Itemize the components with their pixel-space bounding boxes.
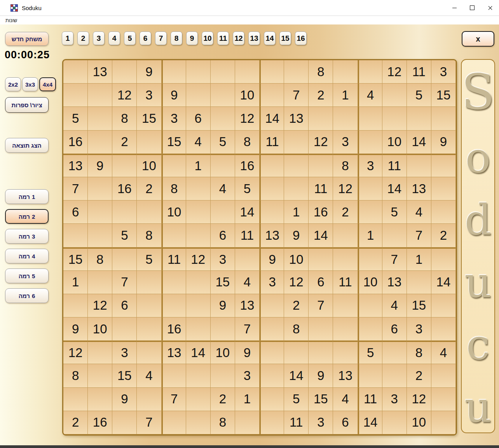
grid-cell[interactable] [88, 200, 112, 224]
grid-cell[interactable]: 5 [63, 107, 88, 130]
grid-cell[interactable] [333, 224, 358, 247]
grid-cell[interactable] [358, 131, 382, 154]
grid-cell[interactable]: 14 [309, 224, 333, 247]
grid-cell[interactable]: 11 [260, 131, 284, 154]
grid-cell[interactable] [333, 341, 358, 364]
grid-cell[interactable]: 12 [112, 84, 137, 107]
grid-cell[interactable]: 10 [235, 84, 260, 107]
grid-cell[interactable]: 13 [260, 224, 284, 247]
grid-cell[interactable] [186, 224, 211, 247]
grid-cell[interactable] [382, 341, 407, 364]
grid-cell[interactable]: 8 [333, 154, 358, 177]
grid-cell[interactable] [358, 364, 382, 387]
grid-cell[interactable]: 9 [112, 388, 137, 411]
number-button-6[interactable]: 6 [140, 31, 151, 45]
grid-cell[interactable] [260, 317, 284, 341]
grid-cell[interactable]: 9 [235, 341, 260, 364]
grid-cell[interactable]: 13 [333, 364, 358, 387]
grid-cell[interactable] [211, 200, 235, 224]
grid-cell[interactable] [112, 60, 137, 84]
grid-cell[interactable]: 3 [235, 364, 260, 387]
grid-cell[interactable]: 3 [112, 341, 137, 364]
grid-cell[interactable]: 4 [186, 131, 211, 154]
grid-cell[interactable]: 6 [112, 294, 137, 317]
grid-cell[interactable]: 3 [162, 107, 186, 130]
grid-cell[interactable] [431, 411, 456, 434]
grid-cell[interactable]: 8 [63, 364, 88, 387]
grid-cell[interactable] [382, 224, 407, 247]
grid-cell[interactable]: 9 [431, 131, 456, 154]
grid-cell[interactable]: 5 [382, 200, 407, 224]
grid-cell[interactable]: 1 [235, 388, 260, 411]
grid-cell[interactable] [382, 364, 407, 387]
grid-cell[interactable]: 14 [186, 341, 211, 364]
grid-cell[interactable]: 9 [211, 294, 235, 317]
grid-cell[interactable]: 13 [235, 294, 260, 317]
grid-cell[interactable]: 14 [382, 177, 407, 200]
grid-cell[interactable]: 16 [235, 154, 260, 177]
grid-cell[interactable]: 8 [88, 248, 112, 271]
grid-cell[interactable]: 3 [309, 411, 333, 434]
grid-cell[interactable]: 13 [162, 341, 186, 364]
grid-cell[interactable]: 11 [284, 411, 309, 434]
grid-cell[interactable]: 2 [309, 84, 333, 107]
grid-cell[interactable]: 7 [112, 271, 137, 294]
grid-cell[interactable] [186, 84, 211, 107]
grid-cell[interactable] [235, 60, 260, 84]
grid-cell[interactable] [63, 84, 88, 107]
grid-cell[interactable]: 15 [211, 271, 235, 294]
grid-cell[interactable] [407, 271, 431, 294]
grid-cell[interactable] [235, 248, 260, 271]
number-button-13[interactable]: 13 [248, 31, 260, 45]
grid-cell[interactable]: 13 [407, 177, 431, 200]
grid-cell[interactable]: 6 [309, 271, 333, 294]
grid-cell[interactable]: 6 [211, 224, 235, 247]
grid-cell[interactable]: 8 [284, 317, 309, 341]
grid-cell[interactable] [88, 131, 112, 154]
grid-cell[interactable] [186, 317, 211, 341]
close-button[interactable] [481, 0, 499, 16]
grid-cell[interactable] [137, 271, 161, 294]
grid-cell[interactable] [431, 107, 456, 130]
grid-cell[interactable] [260, 154, 284, 177]
level-button-5[interactable]: רמה5 [5, 268, 49, 283]
grid-cell[interactable] [211, 154, 235, 177]
grid-cell[interactable] [137, 294, 161, 317]
grid-cell[interactable]: 3 [431, 60, 456, 84]
grid-cell[interactable]: 12 [63, 341, 88, 364]
grid-cell[interactable] [431, 154, 456, 177]
grid-cell[interactable]: 3 [358, 154, 382, 177]
grid-cell[interactable]: 2 [137, 177, 161, 200]
grid-cell[interactable]: 13 [63, 154, 88, 177]
grid-cell[interactable]: 3 [137, 84, 161, 107]
grid-cell[interactable]: 5 [235, 177, 260, 200]
grid-cell[interactable]: 10 [284, 248, 309, 271]
grid-cell[interactable] [431, 294, 456, 317]
grid-cell[interactable] [137, 317, 161, 341]
grid-cell[interactable]: 3 [211, 248, 235, 271]
minimize-button[interactable] [445, 0, 463, 16]
grid-cell[interactable]: 12 [309, 131, 333, 154]
grid-cell[interactable] [309, 107, 333, 130]
grid-cell[interactable]: 7 [137, 411, 161, 434]
grid-cell[interactable]: 10 [358, 271, 382, 294]
grid-cell[interactable]: 13 [88, 60, 112, 84]
number-button-12[interactable]: 12 [233, 31, 244, 45]
grid-cell[interactable]: 9 [137, 60, 161, 84]
grid-cell[interactable] [260, 60, 284, 84]
grid-cell[interactable]: 6 [382, 317, 407, 341]
grid-cell[interactable] [112, 248, 137, 271]
grid-cell[interactable] [186, 60, 211, 84]
number-button-10[interactable]: 10 [202, 31, 213, 45]
grid-cell[interactable]: 6 [186, 107, 211, 130]
grid-cell[interactable] [162, 411, 186, 434]
grid-cell[interactable] [407, 107, 431, 130]
grid-cell[interactable]: 1 [186, 154, 211, 177]
grid-cell[interactable]: 2 [284, 294, 309, 317]
grid-cell[interactable]: 11 [309, 177, 333, 200]
grid-cell[interactable]: 7 [382, 248, 407, 271]
grid-cell[interactable]: 8 [211, 411, 235, 434]
grid-cell[interactable]: 3 [382, 388, 407, 411]
grid-cell[interactable] [186, 177, 211, 200]
grid-cell[interactable]: 16 [63, 131, 88, 154]
